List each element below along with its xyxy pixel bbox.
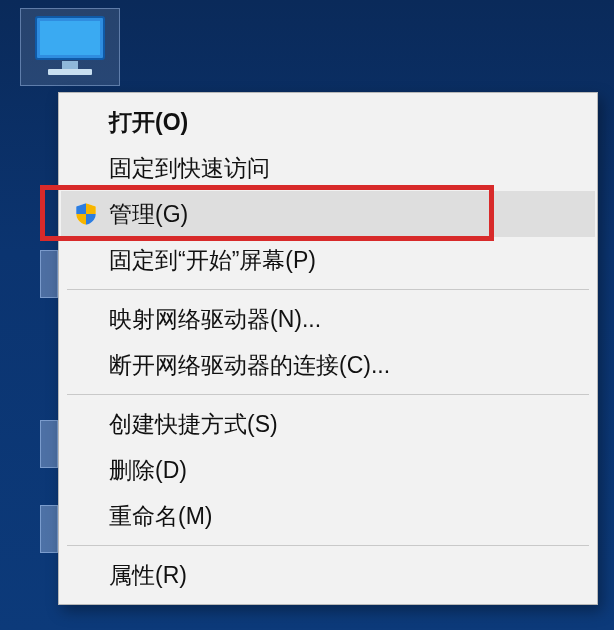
svg-rect-3	[48, 69, 92, 75]
menu-create-shortcut[interactable]: 创建快捷方式(S)	[61, 401, 595, 447]
menu-manage-label: 管理(G)	[109, 199, 188, 230]
menu-create-shortcut-label: 创建快捷方式(S)	[109, 409, 278, 440]
menu-pin-start[interactable]: 固定到“开始”屏幕(P)	[61, 237, 595, 283]
menu-manage[interactable]: 管理(G)	[61, 191, 595, 237]
menu-divider	[67, 394, 589, 395]
menu-disconnect-network-drive-label: 断开网络驱动器的连接(C)...	[109, 350, 390, 381]
uac-shield-icon	[73, 201, 99, 227]
desktop-icon-stub	[40, 250, 58, 298]
menu-delete[interactable]: 删除(D)	[61, 447, 595, 493]
computer-icon	[30, 15, 110, 79]
menu-properties[interactable]: 属性(R)	[61, 552, 595, 598]
menu-divider	[67, 545, 589, 546]
context-menu: 打开(O) 固定到快速访问 管理(G) 固定到“开始”屏幕(P) 映射网络驱动器…	[58, 92, 598, 605]
menu-rename-label: 重命名(M)	[109, 501, 212, 532]
menu-pin-quick-access-label: 固定到快速访问	[109, 153, 270, 184]
desktop-icon-stub	[40, 505, 58, 553]
menu-delete-label: 删除(D)	[109, 455, 187, 486]
menu-pin-quick-access[interactable]: 固定到快速访问	[61, 145, 595, 191]
menu-properties-label: 属性(R)	[109, 560, 187, 591]
menu-rename[interactable]: 重命名(M)	[61, 493, 595, 539]
menu-disconnect-network-drive[interactable]: 断开网络驱动器的连接(C)...	[61, 342, 595, 388]
desktop-this-pc[interactable]	[20, 8, 120, 86]
menu-open[interactable]: 打开(O)	[61, 99, 595, 145]
svg-rect-2	[62, 61, 78, 69]
menu-pin-start-label: 固定到“开始”屏幕(P)	[109, 245, 316, 276]
menu-map-network-drive[interactable]: 映射网络驱动器(N)...	[61, 296, 595, 342]
menu-divider	[67, 289, 589, 290]
menu-map-network-drive-label: 映射网络驱动器(N)...	[109, 304, 321, 335]
menu-open-label: 打开(O)	[109, 107, 188, 138]
svg-rect-1	[40, 21, 100, 55]
desktop-icon-stub	[40, 420, 58, 468]
